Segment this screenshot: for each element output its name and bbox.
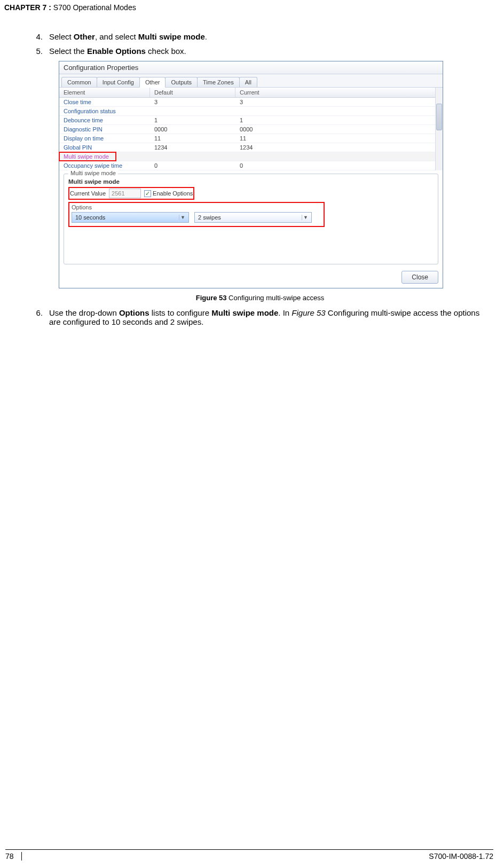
text: . [205,32,207,41]
text-italic: Figure 53 [292,308,325,317]
table-row[interactable]: Diagnostic PIN 0000 0000 [59,125,443,134]
text: check box. [146,46,186,56]
text: . In [278,308,292,317]
option-swipes-select[interactable]: 2 swipes ▼ [194,212,312,223]
tab-time-zones[interactable]: Time Zones [197,77,240,87]
table-row[interactable]: Occupancy swipe time 0 0 [59,161,443,170]
cell-element: Display on time [59,134,150,143]
figure-number: Figure 53 [196,294,227,302]
tab-common[interactable]: Common [61,77,97,87]
text: , and select [95,32,138,41]
text: lists to configure [149,308,212,317]
highlight-box: Current Value ✓ Enable Options [68,187,194,200]
select-value: 10 seconds [75,214,105,221]
cell-default: 1 [150,116,235,124]
col-current[interactable]: Current [235,88,443,97]
table-row[interactable]: Configuration status [59,107,443,116]
tab-all[interactable]: All [239,77,257,87]
highlight-box: Options 10 seconds ▼ 2 swipes ▼ [68,202,325,227]
tab-input-config[interactable]: Input Config [97,77,140,87]
cell-default: 1234 [150,143,235,152]
step-number: 5. [32,46,49,56]
table-row[interactable]: Display on time 11 11 [59,134,443,143]
col-default[interactable]: Default [150,88,235,97]
figure-title: Configuring multi-swipe access [227,294,325,302]
step-number: 6. [32,308,49,326]
select-value: 2 swipes [198,214,221,221]
scroll-thumb[interactable] [436,104,442,130]
cell-element: Global PIN [59,143,150,152]
cell-current [235,152,443,161]
figure-caption: Figure 53 Configuring multi-swipe access [32,294,488,302]
grid-body: Close time 3 3 Configuration status Debo… [59,98,443,170]
cell-current: 1 [235,116,443,124]
col-element[interactable]: Element [59,88,150,97]
cell-element: Configuration status [59,107,150,115]
option-seconds-select[interactable]: 10 seconds ▼ [72,212,189,223]
cell-element: Close time [59,98,150,106]
scrollbar[interactable] [435,88,443,170]
panel-legend: Multi swipe mode [68,170,118,176]
grid-header: Element Default Current [59,88,443,98]
current-value-label: Current Value [70,190,106,197]
text: Select [49,32,74,41]
window-title: Configuration Properties [59,61,443,74]
chevron-down-icon: ▼ [179,215,186,220]
cell-element: Multi swipe mode [59,152,150,161]
text-bold: Other [74,32,95,41]
config-properties-window: Configuration Properties Common Input Co… [59,61,443,288]
enable-options-label: Enable Options [153,190,193,197]
cell-default: 0000 [150,125,235,134]
step-number: 4. [32,32,49,41]
text: Select the [49,46,87,56]
chapter-title: S700 Operational Modes [51,3,136,12]
tab-bar: Common Input Config Other Outputs Time Z… [59,74,443,88]
options-legend: Options [72,204,92,210]
cell-element: Debounce time [59,116,150,124]
cell-current: 0000 [235,125,443,134]
current-value-row: Current Value ✓ Enable Options [70,189,193,198]
multi-swipe-panel: Multi swipe mode Multi swipe mode Curren… [64,174,438,264]
content: 4. Select Other, and select Multi swipe … [32,32,488,332]
page-footer: 78 S700-IM-0088-1.72 [5,849,493,861]
cell-current [235,107,443,115]
step-6: 6. Use the drop-down Options lists to co… [32,308,488,326]
text-bold: Enable Options [87,46,146,56]
cell-current: 3 [235,98,443,106]
tab-other[interactable]: Other [139,77,166,88]
table-row[interactable]: Close time 3 3 [59,98,443,107]
page-number: 78 [5,852,22,861]
page-header: CHAPTER 7 : S700 Operational Modes [4,3,136,12]
window-footer: Close [59,268,443,288]
cell-default [150,152,235,161]
cell-default: 11 [150,134,235,143]
cell-current: 11 [235,134,443,143]
cell-element: Diagnostic PIN [59,125,150,134]
chevron-down-icon: ▼ [302,215,309,220]
text-bold: Multi swipe mode [138,32,205,41]
step-4: 4. Select Other, and select Multi swipe … [32,32,488,41]
table-row[interactable]: Debounce time 1 1 [59,116,443,125]
step-5: 5. Select the Enable Options check box. [32,46,488,56]
step-text: Select Other, and select Multi swipe mod… [49,32,488,41]
text-bold: Multi swipe mode [211,308,278,317]
step-text: Select the Enable Options check box. [49,46,488,56]
tab-outputs[interactable]: Outputs [165,77,198,87]
cell-default: 3 [150,98,235,106]
step-text: Use the drop-down Options lists to confi… [49,308,488,326]
panel-title: Multi swipe mode [68,178,434,185]
text-bold: Options [119,308,149,317]
checkbox-icon: ✓ [144,190,151,197]
current-value-input [109,189,141,198]
text: Use the drop-down [49,308,119,317]
table-row-selected[interactable]: Multi swipe mode [59,152,443,161]
options-row: 10 seconds ▼ 2 swipes ▼ [72,212,321,223]
cell-current: 0 [235,161,443,170]
table-row[interactable]: Global PIN 1234 1234 [59,143,443,152]
cell-current: 1234 [235,143,443,152]
cell-default [150,107,235,115]
properties-grid: Element Default Current Close time 3 3 C… [59,88,443,170]
enable-options-checkbox[interactable]: ✓ Enable Options [144,190,193,197]
cell-default: 0 [150,161,235,170]
close-button[interactable]: Close [401,271,438,284]
